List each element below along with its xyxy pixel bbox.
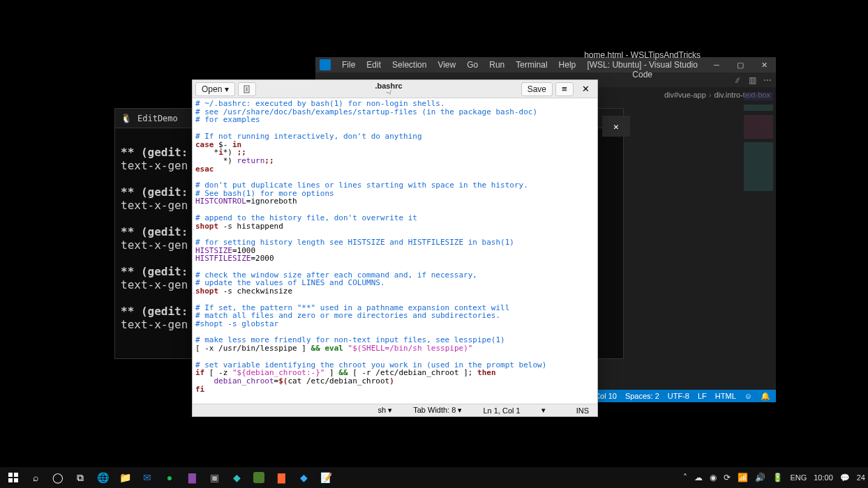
cortana-button[interactable]: ◯	[47, 467, 68, 488]
outlook-icon: ✉	[143, 472, 151, 483]
more-icon[interactable]: ⋯	[763, 75, 772, 85]
vscode-titlebar[interactable]: File Edit Selection View Go Run Terminal…	[315, 57, 776, 73]
new-document-icon	[243, 85, 251, 93]
gedit-window[interactable]: Open ▾ .bashrc ~/ Save ≡ ✕ # ~/.bashrc: …	[192, 79, 598, 417]
svg-rect-1	[8, 473, 13, 477]
menu-selection[interactable]: Selection	[388, 59, 431, 71]
tray-cloud-icon[interactable]: ☁	[694, 473, 703, 482]
taskbar-spotify[interactable]: ●	[159, 467, 180, 488]
tray-chevron-up-icon[interactable]: ˄	[683, 473, 687, 482]
gedit-filepath: ~/	[256, 90, 521, 97]
status-insert-mode[interactable]: INS	[576, 406, 589, 415]
bell-icon[interactable]: 🔔	[761, 392, 770, 401]
vscode-icon: ◆	[300, 472, 308, 483]
status-language[interactable]: sh ▾	[378, 406, 393, 415]
tray-notifications-icon[interactable]: 💬	[840, 473, 850, 482]
system-tray[interactable]: ˄ ☁ ◉ ⟳ 📶 🔊 🔋 ENG 10:00 💬 24	[683, 473, 865, 482]
search-button[interactable]: ⌕	[25, 467, 46, 488]
close-button[interactable]: ✕	[752, 57, 776, 73]
taskbar-vscode[interactable]: ◆	[293, 467, 314, 488]
menu-file[interactable]: File	[338, 59, 359, 71]
taskbar-vs[interactable]: ◆	[226, 467, 247, 488]
open-label: Open	[202, 84, 222, 94]
save-button[interactable]: Save	[521, 82, 553, 96]
taskbar-onenote[interactable]: ▇	[181, 467, 202, 488]
tray-language[interactable]: ENG	[790, 473, 807, 482]
maximize-button[interactable]: ▢	[728, 57, 752, 73]
gedit-status-bar: sh ▾ Tab Width: 8 ▾ Ln 1, Col 1 ▾ INS	[193, 404, 597, 416]
task-view-button[interactable]: ⧉	[70, 467, 91, 488]
close-icon: ✕	[582, 84, 590, 94]
status-position: Ln 1, Col 1	[483, 406, 520, 415]
task-view-icon: ⧉	[77, 472, 84, 484]
taskbar-terminal[interactable]: ▣	[204, 467, 225, 488]
tray-activity-icon[interactable]: ◉	[710, 473, 717, 482]
search-icon: ⌕	[33, 472, 38, 483]
taskbar-outlook[interactable]: ✉	[137, 467, 158, 488]
menu-help[interactable]: Help	[555, 59, 581, 71]
hamburger-icon: ≡	[562, 84, 567, 94]
taskbar-explorer[interactable]: 📁	[114, 467, 135, 488]
tray-clock[interactable]: 10:00	[814, 473, 833, 482]
tray-date[interactable]: 24	[857, 473, 865, 482]
taskbar-enpass[interactable]: E	[248, 467, 269, 488]
windows-taskbar[interactable]: ⌕ ◯ ⧉ 🌐 📁 ✉ ● ▇ ▣ ◆ E ▇ ◆ 📝 ˄ ☁ ◉ ⟳ 📶 🔊 …	[0, 467, 868, 488]
terminal-close-button[interactable]: ✕	[602, 116, 630, 137]
vscode-menu-bar: File Edit Selection View Go Run Terminal…	[335, 59, 580, 71]
camtasia-icon: ▇	[278, 472, 285, 483]
status-spaces[interactable]: Spaces: 2	[625, 392, 659, 400]
tray-sync-icon[interactable]: ⟳	[724, 473, 731, 482]
terminal-title-text: EditDemo	[137, 114, 178, 123]
onenote-icon: ▇	[188, 472, 196, 483]
svg-rect-3	[8, 478, 13, 482]
tray-volume-icon[interactable]: 🔊	[755, 473, 765, 482]
chevron-right-icon: ›	[709, 91, 712, 99]
tux-icon: 🐧	[121, 113, 132, 123]
gedit-icon: 📝	[320, 472, 332, 483]
menu-go[interactable]: Go	[463, 59, 482, 71]
tray-wifi-icon[interactable]: 📶	[738, 473, 748, 482]
layout-icon[interactable]: ▥	[749, 75, 756, 85]
tray-battery-icon[interactable]: 🔋	[772, 473, 783, 482]
chevron-down-icon: ▾	[225, 84, 229, 94]
open-button[interactable]: Open ▾	[195, 82, 235, 96]
status-language[interactable]: HTML	[715, 392, 736, 400]
windows-icon	[8, 473, 18, 482]
circle-icon: ◯	[52, 472, 63, 483]
svg-rect-2	[14, 473, 18, 477]
hamburger-menu-button[interactable]: ≡	[555, 82, 574, 96]
status-dropdown-icon[interactable]: ▾	[541, 406, 555, 415]
vs-icon: ◆	[233, 472, 241, 483]
menu-edit[interactable]: Edit	[362, 59, 385, 71]
vscode-minimap[interactable]	[744, 92, 773, 197]
folder-icon: 📁	[119, 472, 131, 483]
spotify-icon: ●	[167, 472, 172, 483]
start-button[interactable]	[3, 467, 24, 488]
svg-rect-4	[14, 478, 18, 482]
status-eol[interactable]: LF	[698, 392, 707, 400]
gedit-filename: .bashrc	[256, 82, 521, 90]
vscode-title-text: home.html - WSLTipsAndTricks [WSL: Ubunt…	[580, 50, 705, 79]
split-editor-icon[interactable]: ⫽	[733, 75, 742, 85]
gedit-text-view[interactable]: # ~/.bashrc: executed by bash(1) for non…	[193, 98, 597, 405]
taskbar-camtasia[interactable]: ▇	[271, 467, 292, 488]
minimize-button[interactable]: ─	[705, 57, 728, 73]
feedback-icon[interactable]: ☺	[744, 392, 752, 400]
menu-terminal[interactable]: Terminal	[511, 59, 551, 71]
taskbar-edge[interactable]: 🌐	[92, 467, 113, 488]
close-button[interactable]: ✕	[576, 82, 594, 96]
breadcrumb-item[interactable]: div#vue-app	[664, 91, 706, 99]
terminal-icon: ▣	[210, 472, 219, 483]
menu-run[interactable]: Run	[485, 59, 509, 71]
enpass-icon: E	[253, 472, 264, 483]
status-tabwidth[interactable]: Tab Width: 8 ▾	[413, 406, 462, 415]
edge-icon: 🌐	[97, 472, 109, 483]
menu-view[interactable]: View	[433, 59, 460, 71]
gedit-headerbar[interactable]: Open ▾ .bashrc ~/ Save ≡ ✕	[193, 80, 597, 98]
new-tab-button[interactable]	[238, 82, 256, 96]
vscode-logo-icon	[320, 59, 331, 70]
status-encoding[interactable]: UTF-8	[668, 392, 689, 400]
taskbar-gedit[interactable]: 📝	[315, 467, 336, 488]
